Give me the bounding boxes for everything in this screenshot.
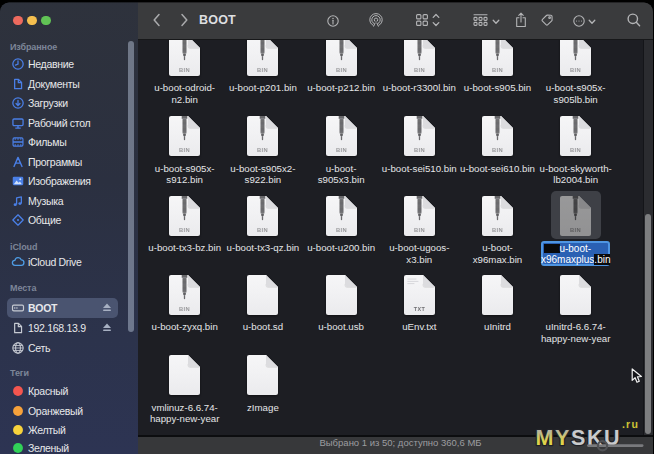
svg-text:.ru: .ru [622,418,639,430]
